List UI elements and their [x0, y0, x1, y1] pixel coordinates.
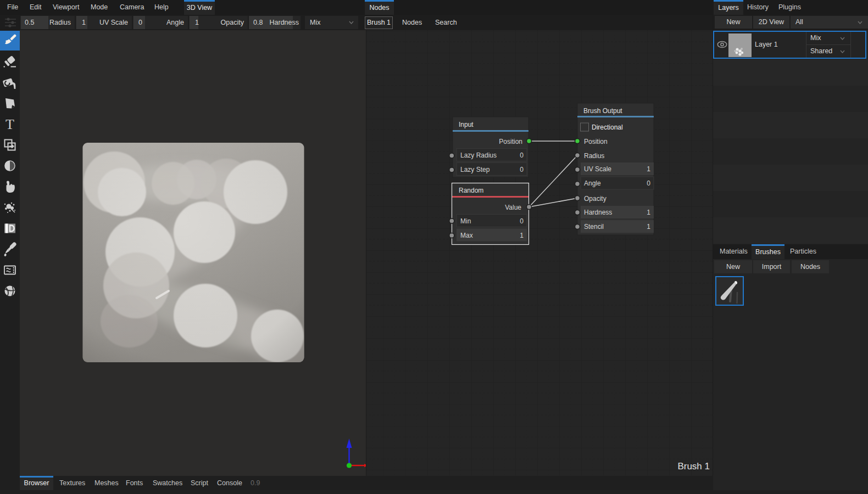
svg-text:Hardness: Hardness [584, 209, 612, 216]
svg-text:0: 0 [520, 217, 524, 225]
svg-text:Min: Min [460, 217, 471, 225]
svg-text:0: 0 [520, 166, 524, 173]
svg-text:1: 1 [520, 232, 524, 239]
svg-text:Directional: Directional [592, 124, 623, 131]
svg-text:1: 1 [647, 223, 650, 231]
svg-text:1: 1 [647, 209, 650, 216]
svg-text:UV Scale: UV Scale [584, 165, 611, 173]
svg-text:0: 0 [647, 179, 650, 187]
svg-text:Stencil: Stencil [584, 223, 604, 231]
svg-text:Brush 1: Brush 1 [677, 461, 710, 471]
svg-text:Position: Position [584, 138, 608, 145]
svg-text:Value: Value [505, 204, 521, 211]
svg-text:Angle: Angle [584, 179, 601, 187]
svg-text:Lazy Radius: Lazy Radius [460, 151, 497, 159]
svg-text:Radius: Radius [584, 152, 604, 160]
svg-text:Random: Random [459, 187, 483, 194]
svg-text:Max: Max [460, 232, 473, 239]
svg-text:1: 1 [647, 165, 650, 173]
svg-text:Opacity: Opacity [584, 195, 607, 203]
svg-text:Lazy Step: Lazy Step [460, 166, 490, 173]
svg-text:Input: Input [459, 121, 474, 128]
svg-text:Brush Output: Brush Output [583, 107, 622, 115]
svg-text:Position: Position [499, 138, 522, 145]
svg-text:T: T [5, 116, 14, 132]
svg-text:0: 0 [520, 151, 524, 159]
